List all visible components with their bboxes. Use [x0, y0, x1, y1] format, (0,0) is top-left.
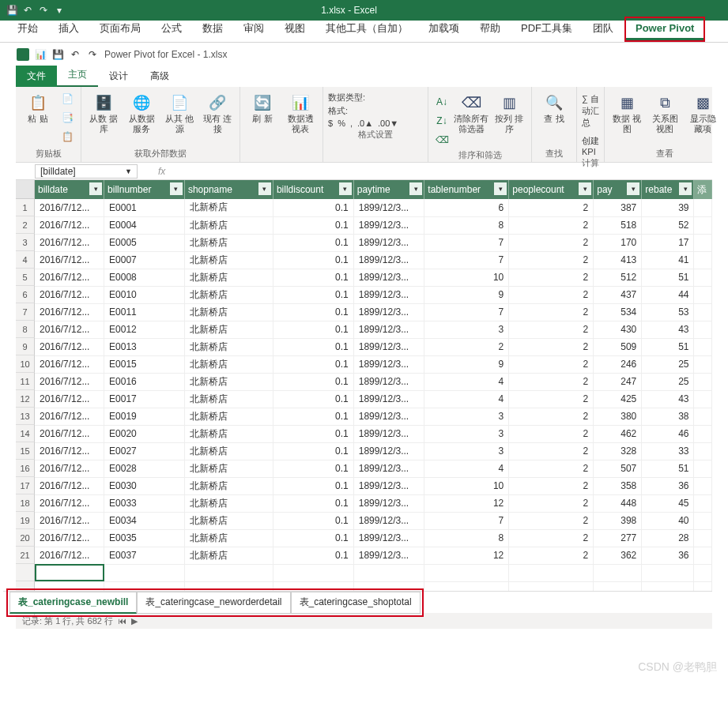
filter-dropdown-icon[interactable]: ▾ [494, 182, 507, 195]
cell[interactable]: E0010 [104, 286, 185, 303]
cell[interactable]: 518 [594, 216, 642, 234]
comma-icon[interactable]: , [350, 118, 353, 128]
data-grid[interactable]: billdate▾billnumber▾shopname▾billdiscoun… [35, 180, 712, 591]
filter-dropdown-icon[interactable]: ▾ [627, 182, 639, 195]
cell[interactable]: 1899/12/3... [353, 390, 424, 408]
cell[interactable]: 北新桥店 [184, 373, 273, 390]
row-header[interactable]: 17 [16, 477, 35, 494]
cell[interactable]: 1899/12/3... [353, 442, 424, 460]
cell[interactable]: 0.1 [273, 269, 353, 286]
cell[interactable]: 0.1 [273, 529, 353, 547]
nav-first-icon[interactable]: ⏮ [118, 616, 126, 626]
cell[interactable]: 462 [594, 425, 642, 442]
row-header[interactable]: 4 [16, 251, 35, 269]
cell[interactable]: 0.1 [273, 512, 353, 529]
row-header[interactable]: 9 [16, 338, 35, 355]
cell[interactable]: 36 [642, 477, 694, 494]
cell[interactable]: 1899/12/3... [353, 234, 424, 251]
cell[interactable]: 2016/7/12... [35, 547, 104, 564]
filter-dropdown-icon[interactable]: ▾ [409, 182, 422, 195]
cell[interactable]: 3 [424, 442, 509, 460]
clear-sort-icon[interactable]: ⌫ [433, 131, 451, 148]
tab-view[interactable]: 视图 [275, 17, 315, 42]
cell[interactable]: 28 [642, 529, 694, 547]
cell[interactable]: E0028 [104, 460, 185, 477]
tab-data[interactable]: 数据 [193, 17, 232, 42]
row-header[interactable]: 20 [16, 529, 35, 547]
paste-append-icon[interactable]: 📑 [58, 109, 76, 126]
cell[interactable]: 北新桥店 [184, 529, 273, 547]
cell[interactable]: 2 [509, 477, 594, 494]
cell[interactable]: 2 [509, 199, 594, 216]
cell[interactable]: 0.1 [273, 216, 353, 234]
cell[interactable]: 1899/12/3... [353, 460, 424, 477]
cell[interactable]: E0019 [104, 408, 185, 425]
cell[interactable]: 25 [642, 373, 694, 390]
dec-decimal-icon[interactable]: .00▼ [378, 118, 398, 128]
row-header[interactable]: 8 [16, 321, 35, 338]
cell[interactable]: 358 [594, 477, 642, 494]
redo-icon[interactable]: ↷ [38, 5, 49, 16]
excel-icon[interactable]: 📊 [33, 47, 47, 62]
cell[interactable]: 2016/7/12... [35, 303, 104, 321]
cell[interactable]: 1899/12/3... [353, 269, 424, 286]
cell[interactable]: 52 [642, 216, 694, 234]
cell[interactable]: 1899/12/3... [353, 547, 424, 564]
cell[interactable]: 7 [424, 512, 509, 529]
cell[interactable]: 2 [509, 390, 594, 408]
cell[interactable]: 41 [642, 251, 694, 269]
cell[interactable]: 0.1 [273, 321, 353, 338]
row-header[interactable]: 3 [16, 234, 35, 251]
cell[interactable]: 0.1 [273, 408, 353, 425]
cell[interactable]: 北新桥店 [184, 442, 273, 460]
cell[interactable]: 2 [509, 303, 594, 321]
cell[interactable]: 2016/7/12... [35, 216, 104, 234]
tab-start[interactable]: 开始 [8, 17, 47, 42]
cell[interactable]: 1899/12/3... [353, 251, 424, 269]
nav-next-icon[interactable]: ▶ [131, 616, 138, 626]
cell[interactable]: 3 [424, 425, 509, 442]
cell[interactable]: 0.1 [273, 234, 353, 251]
cell[interactable]: 1899/12/3... [353, 216, 424, 234]
cell[interactable]: 33 [642, 442, 694, 460]
tab-review[interactable]: 审阅 [234, 17, 273, 42]
tab-pagelayout[interactable]: 页面布局 [90, 17, 150, 42]
cell[interactable]: 2016/7/12... [35, 251, 104, 269]
dataview-button[interactable]: ▦数据 视图 [609, 90, 644, 133]
clear-filters-button[interactable]: ⌫清除所有 筛选器 [454, 90, 488, 133]
cell[interactable]: E0030 [104, 477, 185, 494]
tab-help[interactable]: 帮助 [470, 17, 510, 42]
table-row[interactable]: 2016/7/12...E0027北新桥店0.11899/12/3...3232… [35, 442, 712, 460]
cell[interactable]: E0037 [104, 547, 185, 564]
cell[interactable]: 6 [424, 199, 509, 216]
cell[interactable]: 北新桥店 [184, 321, 273, 338]
cell[interactable]: 247 [594, 373, 642, 390]
cell[interactable]: 2 [424, 338, 509, 355]
cell[interactable]: 3 [424, 408, 509, 425]
from-othersource-button[interactable]: 📄从其 他源 [162, 90, 197, 133]
cell[interactable]: 4 [424, 390, 509, 408]
cell[interactable]: 36 [642, 547, 694, 564]
cell[interactable]: 512 [594, 269, 642, 286]
cell[interactable]: 1899/12/3... [353, 199, 424, 216]
cell[interactable]: E0033 [104, 494, 185, 512]
showhidden-button[interactable]: ▩显示隐 藏项 [685, 90, 720, 133]
row-header[interactable]: 10 [16, 355, 35, 373]
cell[interactable]: 2016/7/12... [35, 477, 104, 494]
cell[interactable]: 507 [594, 460, 642, 477]
table-row[interactable]: 2016/7/12...E0034北新桥店0.11899/12/3...7239… [35, 512, 712, 529]
diagramview-button[interactable]: ⧉关系图 视图 [647, 90, 682, 133]
cell[interactable]: 2 [509, 425, 594, 442]
cell[interactable]: 2 [509, 512, 594, 529]
cell[interactable]: 25 [642, 355, 694, 373]
row-header[interactable]: 1 [16, 199, 35, 216]
cell[interactable]: 0.1 [273, 303, 353, 321]
cell[interactable]: 51 [642, 460, 694, 477]
cell[interactable]: 8 [424, 529, 509, 547]
row-header[interactable]: 21 [16, 547, 35, 564]
cell[interactable]: 2 [509, 442, 594, 460]
cell[interactable]: 北新桥店 [184, 234, 273, 251]
cell[interactable]: 1899/12/3... [353, 477, 424, 494]
cell[interactable]: 2 [509, 460, 594, 477]
cell[interactable]: 北新桥店 [184, 251, 273, 269]
